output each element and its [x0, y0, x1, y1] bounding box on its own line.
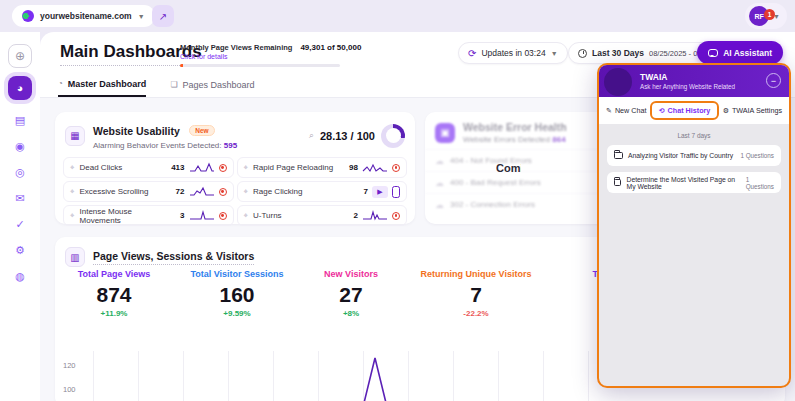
- stat-total-visitor-sessions[interactable]: Total Visitor Sessions 160 +9.59%: [173, 269, 301, 318]
- stat-value: 7: [401, 283, 551, 307]
- usability-icon: ▦: [65, 126, 85, 146]
- click-icon: ⌖: [244, 211, 249, 221]
- metric-rage-clicking[interactable]: ⌖ Rage Clicking 7 ▶: [237, 181, 408, 202]
- tab-chat-history[interactable]: ⟲ Chat History: [650, 101, 720, 120]
- tab-label: Chat History: [668, 106, 711, 115]
- avatar-initials: RF: [754, 13, 763, 20]
- sidebar-item-security[interactable]: ✓: [8, 212, 32, 236]
- ai-assistant-panel: TWAIA Ask her Anything Website Related −…: [597, 63, 791, 388]
- history-item[interactable]: Analyzing Visitor Traffic by Country 1 Q…: [607, 145, 781, 166]
- pageview-quota[interactable]: Monthly Page Views Remaining 49,301 of 5…: [180, 43, 410, 67]
- alert-icon: [219, 164, 227, 172]
- subtitle-value: 864: [552, 135, 565, 144]
- ai-panel-tabs: ✎ New Chat ⟲ Chat History ⚙ TWAIA Settin…: [599, 97, 789, 124]
- sidebar-item-feedback[interactable]: ✉: [8, 186, 32, 210]
- minimize-button[interactable]: −: [766, 73, 781, 88]
- metric-label: Rapid Page Reloading: [253, 163, 333, 172]
- updates-timer[interactable]: ⟳ Updates in 03:24 ▼: [458, 42, 568, 64]
- magnifier-icon: ⌕: [309, 130, 314, 141]
- card-subtitle: Alarming Behavior Events Detected: 595: [93, 141, 237, 150]
- error-label: 400 - Bad Request Errors: [450, 178, 541, 187]
- metric-value: 72: [176, 187, 185, 196]
- metric-label: Dead Clicks: [80, 163, 123, 172]
- avatar: RF 1: [749, 6, 769, 26]
- metric-u-turns[interactable]: ⌖ U-Turns 2: [237, 205, 408, 226]
- heatmap-icon: ▤: [15, 114, 25, 127]
- card-title: Website Error Health: [463, 121, 567, 133]
- website-usability-card: ▦ Website Usability New Alarming Behavio…: [55, 112, 415, 224]
- history-meta: 1 Questions: [746, 176, 774, 190]
- usability-score: 28.13 / 100: [320, 130, 375, 142]
- stat-total-page-views[interactable]: Total Page Views 874 +11.9%: [55, 269, 173, 318]
- metric-value: 413: [171, 163, 184, 172]
- metric-value: 7: [364, 187, 368, 196]
- sidebar-item-dashboards[interactable]: ◕: [8, 76, 32, 100]
- sidebar-item-settings[interactable]: ⚙: [8, 238, 32, 262]
- open-site-button[interactable]: ↗: [152, 5, 174, 27]
- stat-new-visitors[interactable]: New Visitors 27 +8%: [301, 269, 401, 318]
- range-label: Last 30 Days: [592, 48, 644, 58]
- site-selector[interactable]: yourwebsitename.com ▼: [12, 5, 155, 27]
- tab-pages-dashboard[interactable]: ❏ Pages Dashboard: [170, 72, 254, 97]
- tab-new-chat[interactable]: ✎ New Chat: [606, 106, 646, 115]
- metric-excessive-scrolling[interactable]: ⌖ Excessive Scrolling 72: [63, 181, 234, 202]
- account-menu[interactable]: RF 1 ▼: [745, 3, 787, 29]
- twaia-avatar: [604, 68, 632, 96]
- sidebar-add-button[interactable]: ⊕: [8, 44, 32, 68]
- site-favicon-icon: [22, 10, 34, 22]
- stat-delta: +9.59%: [173, 309, 301, 318]
- section-title: Page Views, Sessions & Visitors: [93, 250, 254, 265]
- pageviews-line-chart: 120 100: [63, 345, 633, 401]
- stat-label: Total Page Views: [55, 269, 173, 279]
- click-icon: ⌖: [70, 211, 75, 221]
- new-badge: New: [189, 125, 214, 136]
- subtitle-text: Alarming Behavior Events Detected:: [93, 141, 222, 150]
- ai-assistant-button[interactable]: AI Assistant: [697, 41, 783, 64]
- score-ring: [381, 124, 405, 148]
- sparkline: [189, 210, 215, 221]
- alert-icon: [392, 212, 400, 220]
- sidebar-item-recordings[interactable]: ◉: [8, 134, 32, 158]
- tab-twaia-settings[interactable]: ⚙ TWAIA Settings: [723, 106, 782, 115]
- trend-line: [63, 345, 633, 401]
- subtitle-value: 595: [224, 141, 237, 150]
- sparkline: [362, 162, 388, 173]
- tab-label: TWAIA Settings: [732, 106, 782, 115]
- clock-icon: [578, 49, 587, 58]
- history-meta: 1 Questions: [740, 152, 774, 159]
- add-icon: ⊕: [15, 49, 25, 63]
- metric-rapid-page-reloading[interactable]: ⌖ Rapid Page Reloading 98: [237, 157, 408, 178]
- usability-metrics: ⌖ Dead Clicks 413 ⌖ Rapid Page Reloading…: [55, 155, 415, 228]
- top-bar: yourwebsitename.com ▼ ↗ RF 1 ▼: [0, 0, 795, 32]
- folder-icon: [614, 179, 621, 186]
- chevron-down-icon: ▼: [551, 50, 558, 57]
- metric-intense-mouse-movements[interactable]: ⌖ Intense Mouse Movements 3: [63, 205, 234, 226]
- cloud-icon: ☁: [435, 178, 444, 188]
- notification-badge: 1: [764, 9, 775, 20]
- stat-label: New Visitors: [301, 269, 401, 279]
- stat-delta: +11.9%: [55, 309, 173, 318]
- metric-value: 98: [349, 163, 358, 172]
- refresh-icon: ⟳: [468, 48, 476, 59]
- history-item[interactable]: Determine the Most Visited Page on My We…: [607, 172, 781, 193]
- subtitle-text: Website Errors Detected: [463, 135, 550, 144]
- history-title: Analyzing Visitor Traffic by Country: [628, 152, 733, 159]
- stat-delta: +8%: [301, 309, 401, 318]
- chat-icon: ✉: [15, 192, 24, 205]
- sidebar-item-heatmaps[interactable]: ▤: [8, 108, 32, 132]
- target-icon: ◎: [15, 166, 25, 179]
- metric-label: Rage Clicking: [253, 187, 302, 196]
- metric-dead-clicks[interactable]: ⌖ Dead Clicks 413: [63, 157, 234, 178]
- quota-details-link[interactable]: Click for details: [180, 53, 410, 60]
- tab-master-dashboard[interactable]: ◔ Master Dashboard: [58, 72, 146, 97]
- video-recording-icon[interactable]: ▶: [372, 186, 388, 198]
- tab-label: Master Dashboard: [68, 79, 147, 89]
- new-chat-icon: ✎: [606, 107, 612, 115]
- stat-returning-unique-visitors[interactable]: Returning Unique Visitors 7 -22.2%: [401, 269, 551, 318]
- sidebar-item-goals[interactable]: ◎: [8, 160, 32, 184]
- sidebar-item-location[interactable]: ◍: [8, 264, 32, 288]
- quota-label: Monthly Page Views Remaining: [180, 43, 292, 52]
- tab-label: Pages Dashboard: [183, 80, 255, 90]
- mobile-device-icon[interactable]: [392, 186, 400, 198]
- dashboard-icon: ◕: [17, 82, 24, 94]
